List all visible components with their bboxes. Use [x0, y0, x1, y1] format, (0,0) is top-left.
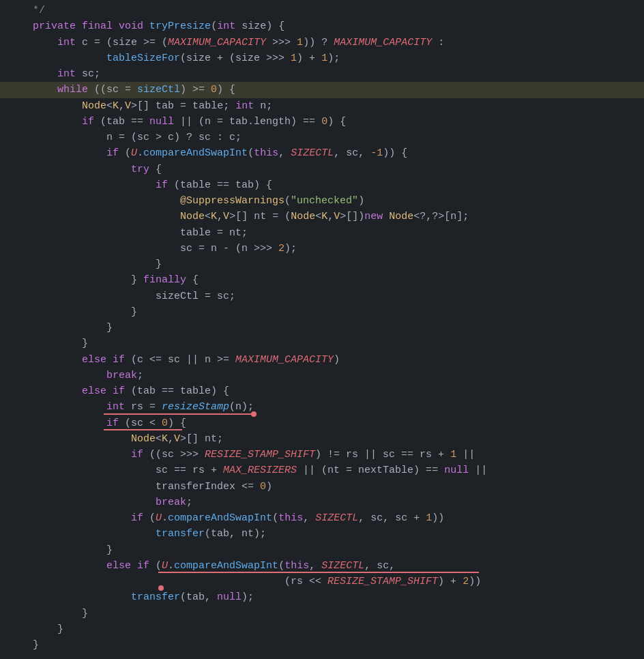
code-line-8: if (tab == null || (n = tab.length) == 0… — [0, 114, 644, 130]
code-line-12: if (table == tab) { — [0, 177, 644, 193]
code-line-2: private final void tryPresize(int size) … — [0, 18, 644, 34]
code-line-41: } — [0, 637, 644, 653]
code-line-6: while ((sc = sizeCtl) >= 0) { — [0, 82, 644, 98]
code-line-20: } — [0, 304, 644, 320]
code-container: */ private final void tryPresize(int siz… — [0, 0, 644, 656]
code-line-35: } — [0, 542, 644, 558]
code-line-4: tableSizeFor(size + (size >>> 1) + 1); — [0, 50, 644, 66]
code-line-30: sc == rs + MAX_RESIZERS || (nt = nextTab… — [0, 463, 644, 478]
code-line-5: int sc; — [0, 66, 644, 82]
code-line-21: } — [0, 320, 644, 336]
code-line-31: transferIndex <= 0) — [0, 479, 644, 495]
code-line-1: */ — [0, 3, 644, 18]
code-line-10: if (U.compareAndSwapInt(this, SIZECTL, s… — [0, 145, 644, 161]
code-line-14: Node<K,V>[] nt = (Node<K,V>[])new Node<?… — [0, 209, 644, 224]
code-line-28: Node<K,V>[] nt; — [0, 431, 644, 447]
code-line-11: try { — [0, 162, 644, 177]
code-line-15: table = nt; — [0, 225, 644, 241]
code-line-3: int c = (size >= (MAXIMUM_CAPACITY >>> 1… — [0, 35, 644, 50]
code-line-37: (rs << RESIZE_STAMP_SHIFT) + 2)) — [0, 574, 644, 589]
code-line-27: if (sc < 0) { — [0, 415, 644, 431]
code-line-9: n = (sc > c) ? sc : c; — [0, 130, 644, 145]
code-line-40: } — [0, 621, 644, 637]
code-line-23: else if (c <= sc || n >= MAXIMUM_CAPACIT… — [0, 352, 644, 368]
code-line-34: transfer(tab, nt); — [0, 526, 644, 542]
code-line-7: Node<K,V>[] tab = table; int n; — [0, 98, 644, 114]
code-line-25: else if (tab == table) { — [0, 383, 644, 399]
code-line-32: break; — [0, 495, 644, 510]
code-line-29: if ((sc >>> RESIZE_STAMP_SHIFT) != rs ||… — [0, 447, 644, 463]
code-line-36: else if (U.compareAndSwapInt(this, SIZEC… — [0, 558, 644, 574]
code-line-39: } — [0, 606, 644, 621]
code-line-38: transfer(tab, null); — [0, 589, 644, 605]
code-line-16: sc = n - (n >>> 2); — [0, 241, 644, 257]
code-line-22: } — [0, 336, 644, 351]
code-line-17: } — [0, 257, 644, 272]
code-line-24: break; — [0, 368, 644, 383]
code-line-33: if (U.compareAndSwapInt(this, SIZECTL, s… — [0, 510, 644, 526]
code-line-26: int rs = resizeStamp(n); — [0, 399, 644, 415]
code-line-19: sizeCtl = sc; — [0, 289, 644, 304]
code-line-13: @SuppressWarnings("unchecked") — [0, 193, 644, 209]
code-line-18: } finally { — [0, 272, 644, 288]
